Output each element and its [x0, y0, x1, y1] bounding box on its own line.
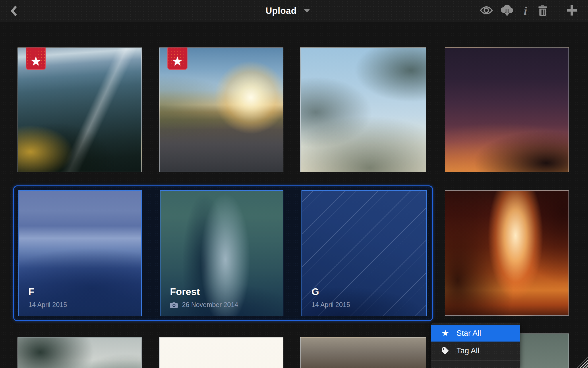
tag-icon	[441, 347, 450, 355]
photo-tile-canyon[interactable]	[445, 190, 569, 316]
photo-tile-palms[interactable]	[300, 47, 426, 172]
photo-date: 26 November 2014	[182, 301, 238, 309]
chevron-left-icon	[9, 13, 19, 18]
camera-icon	[170, 302, 178, 308]
trash-icon	[537, 5, 548, 17]
resize-handle-icon[interactable]	[577, 357, 588, 368]
star-badge: ★	[167, 47, 187, 70]
menu-item-label: Tag All	[457, 346, 479, 355]
preview-button[interactable]	[480, 6, 493, 16]
top-toolbar: Upload	[0, 0, 588, 22]
photo-date-row: 26 November 2014	[170, 301, 238, 309]
plus-icon	[566, 5, 578, 17]
photo-tile-road-sunset[interactable]: ★	[159, 47, 283, 172]
photo-title: G	[312, 286, 319, 297]
photo-library-screen: Upload	[0, 0, 588, 368]
photo-tile-g[interactable]: G 14 April 2015	[301, 190, 427, 316]
star-icon: ★	[30, 55, 41, 68]
star-icon: ★	[441, 329, 450, 338]
photo-title: Forest	[170, 286, 200, 297]
toolbar-actions: i	[480, 0, 578, 22]
menu-divider	[431, 360, 520, 361]
info-button[interactable]: i	[522, 5, 529, 17]
photo-title: F	[28, 286, 34, 297]
menu-item-label: Star All	[457, 329, 481, 338]
photo-date: 14 April 2015	[312, 301, 350, 309]
photo-tile-sunset-clouds[interactable]	[300, 337, 426, 368]
delete-button[interactable]	[537, 5, 548, 17]
selection-tint	[302, 191, 426, 316]
eye-icon	[480, 6, 493, 16]
photo-tile-night-sky[interactable]	[445, 47, 569, 172]
upload-button[interactable]	[500, 4, 514, 18]
photo-tile-mountain[interactable]: ★	[18, 47, 142, 172]
photo-tile-forest[interactable]: Forest 26 November 2014	[160, 190, 283, 316]
photo-tile-fog-forest[interactable]	[18, 337, 142, 368]
photo-date: 14 April 2015	[28, 301, 67, 309]
back-button[interactable]	[9, 5, 19, 17]
add-button[interactable]	[566, 5, 578, 17]
cloud-arrow-down-icon	[500, 4, 514, 18]
star-icon: ★	[172, 55, 183, 68]
menu-item-star-all[interactable]: ★ Star All	[431, 325, 520, 342]
context-menu: ★ Star All Tag All	[431, 323, 520, 368]
selection-tint	[19, 191, 141, 316]
collection-title-dropdown[interactable]: Upload	[266, 0, 310, 22]
photo-tile-f[interactable]: F 14 April 2015	[18, 190, 142, 316]
caret-down-icon	[304, 9, 310, 13]
page-title: Upload	[266, 6, 297, 16]
star-badge: ★	[26, 47, 46, 70]
photo-tile-white-fog[interactable]	[159, 337, 283, 368]
info-icon: i	[524, 5, 527, 17]
menu-item-tag-all[interactable]: Tag All	[431, 342, 520, 360]
